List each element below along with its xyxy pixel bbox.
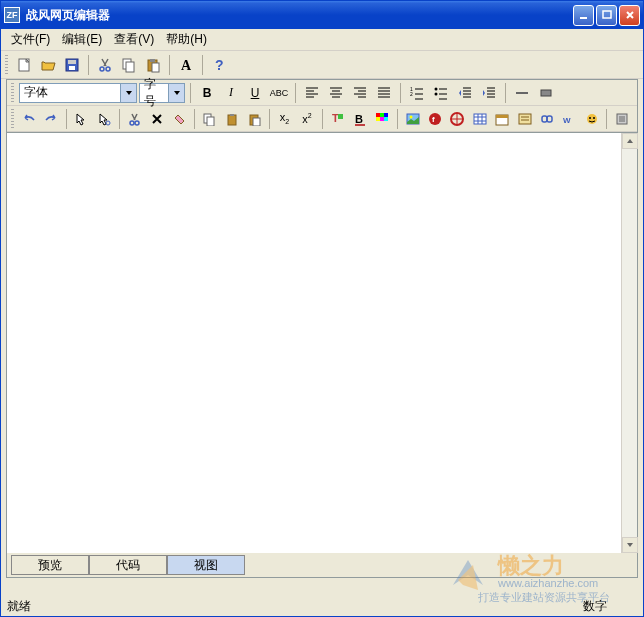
copy-button-2[interactable] — [199, 108, 220, 130]
outdent-button[interactable] — [454, 82, 476, 104]
editor-canvas[interactable] — [7, 132, 637, 553]
svg-text:T: T — [332, 112, 339, 124]
svg-rect-25 — [207, 117, 214, 126]
font-button[interactable]: A — [175, 54, 197, 76]
svg-point-22 — [130, 121, 134, 125]
eraser-button[interactable] — [168, 108, 189, 130]
italic-button[interactable]: I — [220, 82, 242, 104]
svg-rect-48 — [519, 114, 531, 124]
indent-button[interactable] — [478, 82, 500, 104]
help-button[interactable]: ? — [208, 54, 230, 76]
menu-help[interactable]: 帮助(H) — [160, 29, 213, 50]
copy-button[interactable] — [118, 54, 140, 76]
hr-button[interactable] — [511, 82, 533, 104]
window-frame: ZF 战风网页编辑器 文件(F) 编辑(E) 查看(V) 帮助(H) A ? 字… — [0, 0, 644, 617]
undo-button[interactable] — [18, 108, 39, 130]
redo-button[interactable] — [40, 108, 61, 130]
scroll-down-icon[interactable] — [622, 537, 638, 553]
anchor-button[interactable]: W — [559, 108, 580, 130]
align-center-button[interactable] — [325, 82, 347, 104]
titlebar[interactable]: ZF 战风网页编辑器 — [1, 1, 643, 29]
form-button[interactable] — [514, 108, 535, 130]
svg-rect-39 — [384, 117, 388, 121]
table-button[interactable] — [469, 108, 490, 130]
maximize-button[interactable] — [596, 5, 617, 26]
ordered-list-button[interactable]: 12 — [406, 82, 428, 104]
svg-rect-33 — [355, 124, 365, 126]
toolbar-separator — [397, 109, 398, 129]
pointer-button[interactable] — [71, 108, 92, 130]
paste-button-2[interactable] — [221, 108, 242, 130]
minimize-button[interactable] — [573, 5, 594, 26]
image-button[interactable] — [402, 108, 423, 130]
subscript-button[interactable]: x2 — [274, 108, 295, 130]
svg-point-18 — [435, 92, 438, 95]
close-button[interactable] — [619, 5, 640, 26]
color-picker-button[interactable] — [371, 108, 392, 130]
paste-button[interactable] — [142, 54, 164, 76]
svg-point-41 — [409, 115, 412, 118]
svg-rect-9 — [126, 62, 134, 72]
menu-edit[interactable]: 编辑(E) — [56, 29, 108, 50]
svg-point-7 — [106, 67, 110, 71]
svg-rect-12 — [152, 63, 159, 72]
tab-view[interactable]: 视图 — [167, 555, 245, 575]
link-button[interactable] — [536, 108, 557, 130]
unordered-list-button[interactable] — [430, 82, 452, 104]
bg-color-button[interactable]: B — [349, 108, 370, 130]
svg-point-17 — [435, 87, 438, 90]
svg-rect-45 — [474, 114, 486, 124]
media-button[interactable] — [447, 108, 468, 130]
cut-button[interactable] — [94, 54, 116, 76]
underline-button[interactable]: U — [244, 82, 266, 104]
properties-button[interactable] — [611, 108, 632, 130]
app-icon: ZF — [4, 7, 20, 23]
cut-button-2[interactable] — [123, 108, 144, 130]
font-color-button[interactable]: T — [327, 108, 348, 130]
svg-rect-31 — [338, 114, 343, 119]
align-left-button[interactable] — [301, 82, 323, 104]
svg-rect-5 — [69, 66, 75, 70]
toolbar-separator — [190, 83, 191, 103]
superscript-button[interactable]: x2 — [296, 108, 317, 130]
align-right-button[interactable] — [349, 82, 371, 104]
svg-rect-0 — [580, 17, 587, 19]
flash-button[interactable]: f — [424, 108, 445, 130]
delete-button[interactable] — [146, 108, 167, 130]
special-char-button[interactable] — [581, 108, 602, 130]
svg-rect-11 — [150, 59, 155, 62]
dropdown-arrow-icon — [168, 84, 184, 102]
strikethrough-button[interactable]: ABC — [268, 82, 290, 104]
toolbar-grip[interactable] — [5, 55, 8, 75]
font-family-combo[interactable]: 字体 — [19, 83, 137, 103]
open-button[interactable] — [37, 54, 59, 76]
tab-preview[interactable]: 预览 — [11, 555, 89, 575]
editor-container: 字体 字号 B I U ABC 12 — [6, 79, 638, 578]
select-button[interactable] — [93, 108, 114, 130]
align-justify-button[interactable] — [373, 82, 395, 104]
remove-format-button[interactable] — [535, 82, 557, 104]
font-size-combo[interactable]: 字号 — [139, 83, 185, 103]
menu-file[interactable]: 文件(F) — [5, 29, 56, 50]
svg-rect-20 — [541, 90, 551, 96]
svg-point-42 — [429, 113, 441, 125]
scroll-up-icon[interactable] — [622, 133, 638, 149]
svg-text:2: 2 — [410, 91, 413, 97]
menu-view[interactable]: 查看(V) — [108, 29, 160, 50]
vertical-scrollbar[interactable] — [621, 133, 637, 553]
toolbar-format: 字体 字号 B I U ABC 12 — [7, 80, 637, 106]
save-button[interactable] — [61, 54, 83, 76]
svg-text:W: W — [563, 116, 571, 125]
new-button[interactable] — [13, 54, 35, 76]
toolbar-grip[interactable] — [11, 83, 14, 103]
statusbar: 就绪 数字 — [1, 596, 643, 616]
toolbar-grip[interactable] — [11, 109, 14, 129]
menubar: 文件(F) 编辑(E) 查看(V) 帮助(H) — [1, 29, 643, 51]
paste-special-button[interactable] — [243, 108, 264, 130]
svg-rect-27 — [230, 114, 234, 116]
svg-rect-34 — [376, 113, 380, 117]
toolbar-separator — [169, 55, 170, 75]
date-button[interactable] — [491, 108, 512, 130]
tab-code[interactable]: 代码 — [89, 555, 167, 575]
bold-button[interactable]: B — [196, 82, 218, 104]
